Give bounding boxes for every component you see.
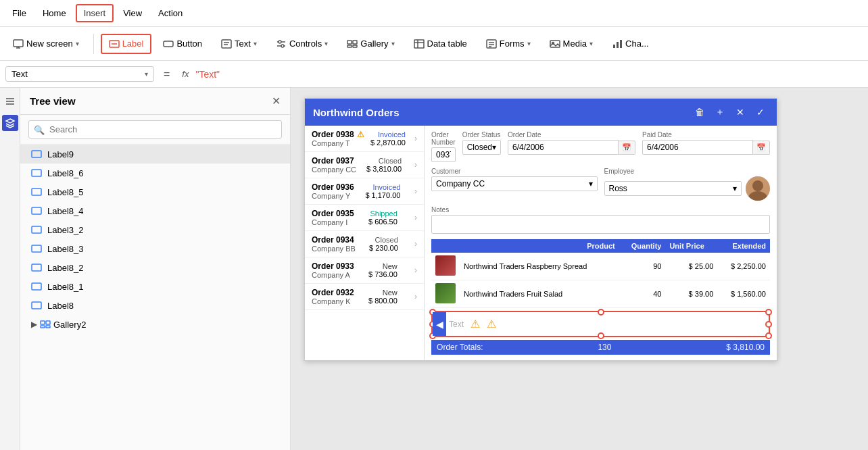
product-img-0: [431, 253, 460, 280]
new-screen-button[interactable]: New screen ▾: [5, 34, 87, 53]
product-row-1: Northwind Traders Fruit Salad 40 $ 39.00…: [431, 280, 770, 308]
forms-button[interactable]: Forms ▾: [479, 34, 538, 53]
tree-item-label8-6[interactable]: Label8_6: [20, 164, 290, 182]
order-item-0936[interactable]: Order 0936 Company Y Invoiced $ 1,170.00…: [305, 178, 424, 205]
col-product: [431, 239, 460, 253]
canvas-area: Northwind Orders 🗑 ＋ ✕ ✓: [291, 88, 868, 450]
text-button[interactable]: Text ▾: [214, 34, 264, 53]
svg-rect-42: [46, 321, 50, 324]
search-input[interactable]: [28, 120, 282, 139]
svg-rect-40: [32, 302, 41, 309]
label-tree-icon-3: [31, 186, 42, 197]
order-status-select[interactable]: Closed ▾: [462, 140, 501, 155]
tree-item-label8-1-text: Label8_1: [47, 282, 279, 292]
svg-rect-43: [41, 326, 45, 328]
formula-value: "Text": [195, 69, 220, 80]
controls-chevron: ▾: [324, 40, 328, 47]
button-button[interactable]: Button: [155, 34, 210, 53]
layers-icon[interactable]: [2, 115, 18, 131]
tree-item-label8-4[interactable]: Label8_4: [20, 201, 290, 220]
order-date-input[interactable]: [508, 140, 619, 155]
product-extended-0: $ 2,250.00: [717, 253, 770, 280]
svg-rect-15: [347, 45, 352, 47]
order-date-label: Order Date: [508, 131, 635, 139]
order-number-input[interactable]: [431, 147, 456, 162]
label-button[interactable]: Label: [101, 34, 152, 54]
toolbar: New screen ▾ Label Button Text ▾ Contro: [0, 27, 868, 61]
check-icon[interactable]: ✓: [752, 104, 769, 120]
product-name-0: Northwind Traders Raspberry Spread: [460, 253, 619, 280]
row-nav-up[interactable]: ◀: [433, 318, 446, 331]
employee-select[interactable]: Ross ▾: [604, 181, 742, 196]
svg-rect-13: [347, 41, 352, 44]
order-0932-status: New: [383, 289, 397, 297]
menu-insert[interactable]: Insert: [76, 4, 114, 22]
employee-arrow: ▾: [733, 184, 737, 193]
tree-items: Label9 Label8_6 Label8_5 Label8_4: [20, 145, 290, 450]
delete-icon[interactable]: 🗑: [692, 104, 708, 120]
tree-item-label8-2[interactable]: Label8_2: [20, 258, 290, 277]
formula-selector[interactable]: Text ▾: [5, 66, 154, 82]
order-item-0933[interactable]: Order 0933 Company A New $ 736.00 ›: [305, 257, 424, 284]
tree-item-label8-1[interactable]: Label8_1: [20, 277, 290, 296]
text-element-container: ◀ Text ⚠ ⚠: [431, 311, 770, 337]
datatable-button[interactable]: Data table: [406, 34, 475, 53]
customer-select[interactable]: Company CC ▾: [431, 176, 597, 191]
paid-date-calendar-button[interactable]: 📅: [753, 141, 770, 155]
text-warn-icon-1: ⚠: [471, 318, 480, 330]
divider1: [93, 34, 94, 54]
tree-item-label8-3[interactable]: Label8_3: [20, 239, 290, 258]
svg-rect-5: [164, 41, 173, 47]
tree-header: Tree view ✕: [20, 88, 290, 115]
order-0938-company: Company T: [312, 139, 364, 147]
menu-toggle-icon[interactable]: [2, 93, 18, 109]
tree-item-label9[interactable]: Label9: [20, 145, 290, 164]
charts-button[interactable]: Cha...: [604, 34, 656, 53]
order-item-0932[interactable]: Order 0932 Company K New $ 800.00 ›: [305, 284, 424, 310]
svg-rect-36: [32, 226, 41, 233]
order-item-0938[interactable]: Order 0938 ⚠ Company T Invoiced $ 2,870.…: [305, 126, 424, 152]
employee-avatar: [746, 176, 770, 201]
notes-input[interactable]: [431, 215, 770, 234]
tree-close-button[interactable]: ✕: [272, 95, 281, 107]
gallery-chevron: ▾: [391, 40, 395, 47]
order-0934-amount: $ 230.00: [369, 244, 398, 252]
svg-rect-0: [14, 40, 23, 47]
order-0937-company: Company CC: [312, 166, 356, 174]
tree-item-label8[interactable]: Label8: [20, 296, 290, 315]
tree-item-label8-5[interactable]: Label8_5: [20, 182, 290, 201]
orders-list: Order 0938 ⚠ Company T Invoiced $ 2,870.…: [305, 126, 425, 360]
close-icon[interactable]: ✕: [732, 104, 748, 120]
tree-item-gallery2[interactable]: ▶ Gallery2: [20, 315, 290, 334]
media-button[interactable]: Media ▾: [542, 34, 600, 53]
tree-item-label9-text: Label9: [47, 149, 279, 159]
order-0936-amount: $ 1,170.00: [365, 191, 400, 199]
menu-view[interactable]: View: [116, 5, 149, 21]
order-date-calendar-button[interactable]: 📅: [619, 141, 635, 155]
sidebar-icons: [0, 88, 20, 450]
order-0937-number: Order 0937: [312, 156, 356, 166]
text-element: Text ⚠ ⚠: [433, 312, 769, 336]
order-item-0934[interactable]: Order 0934 Company BB Closed $ 230.00 ›: [305, 231, 424, 257]
order-item-0937[interactable]: Order 0937 Company CC Closed $ 3,810.00 …: [305, 152, 424, 178]
menu-file[interactable]: File: [5, 5, 33, 21]
order-number-field: Order Number: [431, 131, 456, 162]
add-icon[interactable]: ＋: [712, 104, 728, 120]
tree-item-label3-2[interactable]: Label3_2: [20, 220, 290, 239]
order-0933-status: New: [383, 262, 397, 270]
svg-rect-41: [41, 321, 45, 324]
controls-button[interactable]: Controls ▾: [268, 34, 335, 53]
label-tree-icon-4: [31, 205, 42, 216]
tree-item-label8-3-text: Label8_3: [47, 244, 279, 254]
svg-rect-27: [617, 42, 619, 48]
order-status-field: Order Status Closed ▾: [462, 131, 501, 162]
product-price-1: $ 39.00: [665, 280, 717, 308]
menu-action[interactable]: Action: [151, 5, 189, 21]
order-item-0935[interactable]: Order 0935 Company I Shipped $ 606.50 ›: [305, 205, 424, 231]
label-icon: [109, 39, 120, 49]
paid-date-input[interactable]: [642, 140, 753, 155]
customer-arrow: ▾: [589, 179, 593, 189]
tree-item-gallery2-text: Gallery2: [53, 320, 279, 330]
gallery-button[interactable]: Gallery ▾: [339, 34, 402, 53]
menu-home[interactable]: Home: [36, 5, 73, 21]
